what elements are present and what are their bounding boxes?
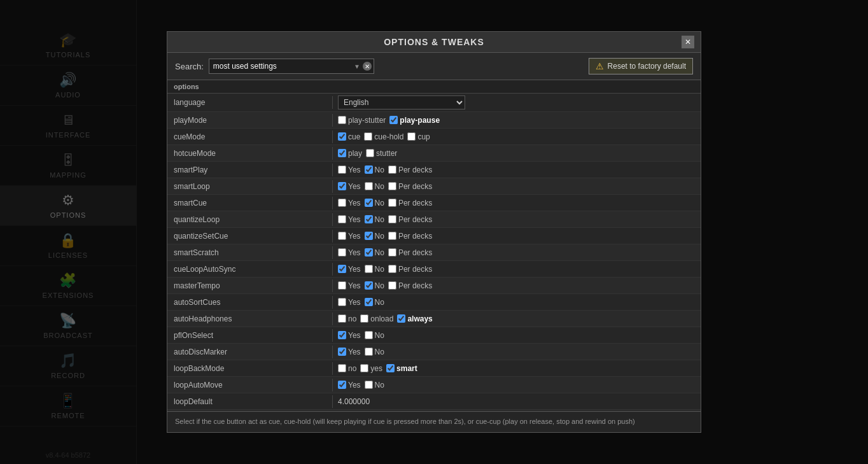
cue-label: cue [348, 132, 360, 141]
cueloopautosync-perdecks-checkbox[interactable] [388, 265, 396, 273]
mastertempo-no-checkbox[interactable] [365, 281, 373, 290]
smartscratch-yes-checkbox[interactable] [338, 248, 346, 257]
pflonselect-no-checkbox[interactable] [365, 331, 373, 339]
checkbox-no: No [365, 265, 384, 274]
smartcue-yes-checkbox[interactable] [338, 199, 346, 207]
loopautomove-yes-checkbox[interactable] [338, 381, 346, 389]
checkbox-yes: Yes [338, 165, 361, 174]
table-row: playMode play-stutter play-pause [167, 112, 701, 129]
smartloop-no-checkbox[interactable] [365, 182, 373, 190]
autodiscmarker-no-checkbox[interactable] [365, 348, 373, 356]
smartloop-perdecks-checkbox[interactable] [388, 182, 396, 190]
table-row: masterTempo Yes No Per decks [167, 278, 701, 294]
smartcue-no-label: No [375, 199, 384, 207]
loopbackmode-smart-label: smart [396, 364, 417, 373]
option-name-smartplay: smartPlay [167, 164, 333, 176]
footer-text: Select if the cue button act as cue, cue… [175, 418, 635, 425]
checkbox-no: no [338, 364, 356, 373]
search-input-wrapper: ▼ ✕ [209, 59, 374, 74]
play-stutter-label: play-stutter [348, 116, 386, 125]
option-value-smartplay: Yes No Per decks [333, 164, 701, 176]
checkbox-perdecks: Per decks [388, 165, 432, 174]
smartscratch-perdecks-checkbox[interactable] [388, 248, 396, 257]
checkbox-perdecks: Per decks [388, 182, 432, 191]
quantizeloop-perdecks-label: Per decks [398, 215, 432, 224]
option-name-playmode: playMode [167, 114, 333, 127]
option-value-playmode: play-stutter play-pause [333, 114, 701, 127]
quantizeloop-no-checkbox[interactable] [365, 215, 373, 223]
cueloopautosync-no-checkbox[interactable] [365, 265, 373, 273]
checkbox-yes: Yes [338, 182, 361, 191]
play-pause-checkbox[interactable] [389, 116, 398, 124]
hotcue-play-checkbox[interactable] [338, 149, 346, 157]
quantizeloop-perdecks-checkbox[interactable] [388, 215, 396, 223]
checkbox-yes: Yes [338, 199, 361, 207]
autosortcues-no-checkbox[interactable] [365, 298, 373, 306]
table-row: smartScratch Yes No Per decks [167, 244, 701, 261]
modal-close-button[interactable]: ✕ [682, 36, 694, 48]
section-options-header: options [167, 80, 701, 94]
autodiscmarker-yes-checkbox[interactable] [338, 348, 346, 356]
checkbox-play: play [338, 149, 362, 158]
autoheadphones-no-checkbox[interactable] [338, 314, 346, 323]
pflonselect-yes-checkbox[interactable] [338, 331, 346, 339]
loopbackmode-yes-label: yes [370, 364, 382, 373]
smartloop-yes-checkbox[interactable] [338, 182, 346, 190]
checkbox-play-stutter: play-stutter [338, 116, 386, 125]
checkbox-no: No [365, 298, 384, 307]
checkbox-no: No [365, 281, 384, 290]
autoheadphones-no-label: no [348, 314, 356, 323]
smartcue-no-checkbox[interactable] [365, 199, 373, 207]
autoheadphones-onload-checkbox[interactable] [360, 314, 368, 323]
quantizesetcue-perdecks-checkbox[interactable] [388, 232, 396, 240]
play-stutter-checkbox[interactable] [338, 116, 346, 124]
option-name-autosortcues: autoSortCues [167, 296, 333, 309]
option-name-smartcue: smartCue [167, 197, 333, 209]
autosortcues-yes-checkbox[interactable] [338, 298, 346, 306]
loopautomove-yes-label: Yes [348, 381, 361, 390]
table-row: quantizeLoop Yes No Per decks [167, 211, 701, 228]
autosortcues-no-label: No [375, 298, 384, 307]
checkbox-perdecks: Per decks [388, 281, 432, 290]
quantizeloop-yes-checkbox[interactable] [338, 215, 346, 223]
checkbox-no: No [365, 248, 384, 257]
cueloopautosync-yes-checkbox[interactable] [338, 265, 346, 273]
table-row: pflOnSelect Yes No [167, 327, 701, 344]
loopbackmode-yes-checkbox[interactable] [360, 364, 368, 372]
loopautomove-no-checkbox[interactable] [365, 381, 373, 389]
cup-checkbox[interactable] [407, 132, 416, 141]
cue-hold-checkbox[interactable] [364, 132, 372, 141]
smartplay-yes-checkbox[interactable] [338, 165, 346, 174]
smartplay-perdecks-checkbox[interactable] [388, 165, 396, 174]
loopbackmode-no-checkbox[interactable] [338, 364, 346, 372]
option-value-loopdefault: 4.000000 [333, 395, 701, 408]
reset-button-label: Reset to factory default [608, 62, 686, 71]
smartscratch-no-checkbox[interactable] [365, 248, 373, 257]
mastertempo-perdecks-checkbox[interactable] [388, 281, 396, 290]
modal-title: OPTIONS & TWEAKS [384, 37, 484, 47]
cue-checkbox[interactable] [338, 132, 346, 141]
quantizesetcue-yes-checkbox[interactable] [338, 232, 346, 240]
reset-factory-button[interactable]: ⚠ Reset to factory default [589, 58, 693, 74]
option-name-smartloop: smartLoop [167, 180, 333, 193]
option-value-autosortcues: Yes No [333, 296, 701, 309]
smartplay-no-checkbox[interactable] [365, 165, 373, 174]
option-value-pflonselect: Yes No [333, 329, 701, 342]
cup-label: cup [417, 132, 430, 141]
option-value-mastertempo: Yes No Per decks [333, 279, 701, 292]
checkbox-yes: Yes [338, 248, 361, 257]
loopbackmode-smart-checkbox[interactable] [386, 364, 395, 372]
mastertempo-yes-checkbox[interactable] [338, 281, 346, 290]
search-input[interactable] [209, 59, 374, 74]
quantizeloop-no-label: No [375, 215, 384, 224]
language-select[interactable]: English French Spanish German [338, 95, 465, 109]
table-row: smartPlay Yes No Per decks [167, 162, 701, 178]
smartcue-perdecks-checkbox[interactable] [388, 199, 396, 207]
mastertempo-no-label: No [375, 281, 384, 290]
autoheadphones-always-checkbox[interactable] [397, 314, 405, 323]
quantizesetcue-no-checkbox[interactable] [365, 232, 373, 240]
table-row: language English French Spanish German [167, 94, 701, 112]
option-value-language: English French Spanish German [333, 94, 701, 111]
hotcue-stutter-checkbox[interactable] [366, 149, 374, 157]
search-label: Search: [175, 62, 204, 71]
